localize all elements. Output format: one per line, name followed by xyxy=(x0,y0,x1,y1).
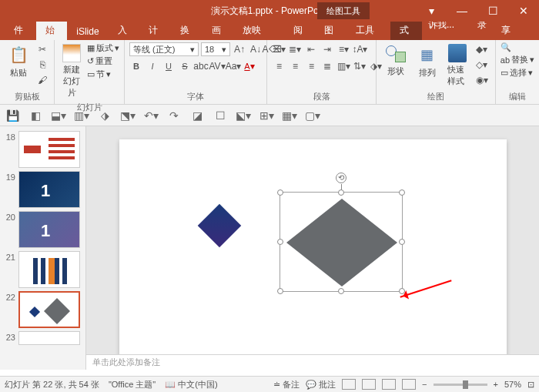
qat-btn-3[interactable]: ⬓▾ xyxy=(51,108,66,123)
layout-button[interactable]: ▦ 版式 ▾ xyxy=(87,42,119,54)
slide[interactable]: ⟲ xyxy=(119,139,507,357)
shape-fill-icon[interactable]: ◆▾ xyxy=(474,42,490,56)
rotate-handle-icon[interactable]: ⟲ xyxy=(336,173,346,183)
thumb-22[interactable] xyxy=(18,291,80,328)
tab-islide[interactable]: iSlide xyxy=(67,23,108,40)
underline-icon[interactable]: U xyxy=(162,59,176,73)
group-slides: 新建 幻灯片 ▦ 版式 ▾ ↺ 重置 ▭ 节 ▾ 幻灯片 xyxy=(55,40,125,104)
thumb-23[interactable] xyxy=(18,331,80,345)
bullets-icon[interactable]: ☰▾ xyxy=(272,42,286,56)
bold-icon[interactable]: B xyxy=(129,59,143,73)
select-button[interactable]: ▭ 选择 ▾ xyxy=(500,67,534,79)
thumb-num-20: 20 xyxy=(3,211,15,222)
slide-canvas[interactable]: ⟲ 单击此处添加备注 xyxy=(86,126,539,370)
qat-btn-2[interactable]: ◧ xyxy=(28,108,43,123)
shadow-icon[interactable]: abc xyxy=(194,59,208,73)
zoom-out-icon[interactable]: − xyxy=(422,380,427,389)
qat-btn-6[interactable]: ⬔▾ xyxy=(120,108,136,123)
thumb-21[interactable] xyxy=(18,251,80,288)
group-label-clipboard: 剪贴板 xyxy=(5,89,49,102)
qat-btn-10[interactable]: ☐ xyxy=(213,108,228,123)
new-slide-icon xyxy=(62,44,81,62)
indent-dec-icon[interactable]: ⇤ xyxy=(304,42,318,56)
columns-icon[interactable]: ▥▾ xyxy=(336,59,350,73)
annotation-arrow-icon xyxy=(400,280,451,298)
thumb-18[interactable] xyxy=(18,131,80,168)
new-slide-button[interactable]: 新建 幻灯片 xyxy=(59,42,84,100)
align-justify-icon[interactable]: ≣ xyxy=(320,59,334,73)
qat-btn-12[interactable]: ⊞▾ xyxy=(259,108,274,123)
selection-box[interactable]: ⟲ xyxy=(280,192,403,292)
paste-button[interactable]: 📋 粘贴 xyxy=(5,42,32,80)
group-label-paragraph: 段落 xyxy=(272,89,370,102)
font-color-icon[interactable]: A▾ xyxy=(243,59,256,73)
redo-icon[interactable]: ↷ xyxy=(166,108,182,123)
font-size-input[interactable]: 18▾ xyxy=(201,42,230,56)
qat-btn-11[interactable]: ⬕▾ xyxy=(236,108,251,123)
align-left-icon[interactable]: ≡ xyxy=(272,59,286,73)
numbering-icon[interactable]: ≣▾ xyxy=(288,42,302,56)
strike-icon[interactable]: S xyxy=(178,59,192,73)
copy-icon[interactable]: ⎘ xyxy=(35,58,49,72)
zoom-slider[interactable] xyxy=(434,384,487,386)
line-spacing-icon[interactable]: ≡▾ xyxy=(336,42,350,56)
shape-outline-icon[interactable]: ◇▾ xyxy=(474,58,490,72)
find-button[interactable]: 🔍 xyxy=(500,42,534,52)
align-right-icon[interactable]: ≡ xyxy=(304,59,318,73)
qat-btn-4[interactable]: ▥▾ xyxy=(74,108,89,123)
shape-diamond-big[interactable] xyxy=(280,193,403,293)
indent-inc-icon[interactable]: ⇥ xyxy=(320,42,334,56)
replace-button[interactable]: ab 替换 ▾ xyxy=(500,54,534,65)
font-name-input[interactable]: 等线 (正文)▾ xyxy=(129,42,199,56)
increase-font-icon[interactable]: A↑ xyxy=(233,42,246,56)
arrange-button[interactable]: ▦ 排列 xyxy=(413,42,441,80)
decrease-font-icon[interactable]: A↓ xyxy=(249,42,263,56)
minimize-icon[interactable]: — xyxy=(447,0,477,22)
spacing-icon[interactable]: AV▾ xyxy=(210,59,224,73)
sorter-view-icon[interactable] xyxy=(362,379,376,390)
ribbon-options-icon[interactable]: ▾ xyxy=(416,0,447,22)
zoom-in-icon[interactable]: + xyxy=(494,380,498,389)
qat-btn-13[interactable]: ▦▾ xyxy=(282,108,297,123)
align-text-icon[interactable]: ⇅▾ xyxy=(353,59,367,73)
thumb-19[interactable] xyxy=(18,171,80,208)
text-direction-icon[interactable]: ↕A▾ xyxy=(353,42,367,56)
shape-effects-icon[interactable]: ◉▾ xyxy=(474,73,490,87)
reading-view-icon[interactable] xyxy=(382,379,396,390)
zoom-level[interactable]: 57% xyxy=(504,380,521,389)
quick-access-toolbar: 💾 ◧ ⬓▾ ▥▾ ⬗ ⬔▾ ↶▾ ↷ ◪ ☐ ⬕▾ ⊞▾ ▦▾ ▢▾ xyxy=(0,105,539,126)
status-comments-button[interactable]: 💬 批注 xyxy=(306,379,336,390)
title-bar: 演示文稿1.pptx - PowerPoint 绘图工具 ▾ — ☐ ✕ xyxy=(0,0,539,22)
thumb-20[interactable] xyxy=(18,211,80,248)
shapes-button[interactable]: 形状 xyxy=(381,42,410,79)
maximize-icon[interactable]: ☐ xyxy=(477,0,508,22)
qat-btn-5[interactable]: ⬗ xyxy=(97,108,112,123)
group-label-font: 字体 xyxy=(129,89,262,102)
notes-pane[interactable]: 单击此处添加备注 xyxy=(86,354,539,370)
save-icon[interactable]: 💾 xyxy=(5,108,20,123)
qat-btn-9[interactable]: ◪ xyxy=(189,108,205,123)
quick-styles-icon xyxy=(448,44,467,62)
thumb-num-18: 18 xyxy=(3,131,15,142)
case-icon[interactable]: Aa▾ xyxy=(226,59,240,73)
workspace: 18 19 20 21 22 23 ⟲ 单击 xyxy=(0,126,539,370)
status-notes-button[interactable]: ≐ 备注 xyxy=(273,379,300,390)
italic-icon[interactable]: I xyxy=(146,59,159,73)
fit-window-icon[interactable]: ⊡ xyxy=(527,380,534,390)
thumb-num-22: 22 xyxy=(3,291,15,302)
align-center-icon[interactable]: ≡ xyxy=(288,59,302,73)
cut-icon[interactable]: ✂ xyxy=(35,42,49,56)
format-painter-icon[interactable]: 🖌 xyxy=(35,73,49,87)
group-drawing: 形状 ▦ 排列 快速样式 ◆▾ ◇▾ ◉▾ 绘图 xyxy=(377,40,496,104)
status-lang[interactable]: 📖 中文(中国) xyxy=(165,379,217,390)
section-button[interactable]: ▭ 节 ▾ xyxy=(87,69,119,80)
window-title: 演示文稿1.pptx - PowerPoint xyxy=(211,5,329,18)
slideshow-view-icon[interactable] xyxy=(402,379,416,390)
quick-styles-button[interactable]: 快速样式 xyxy=(444,42,470,89)
shape-diamond-small[interactable] xyxy=(197,203,241,247)
qat-btn-14[interactable]: ▢▾ xyxy=(305,108,320,123)
close-icon[interactable]: ✕ xyxy=(508,0,539,22)
undo-icon[interactable]: ↶▾ xyxy=(143,108,159,123)
reset-button[interactable]: ↺ 重置 xyxy=(87,55,119,67)
normal-view-icon[interactable] xyxy=(342,379,356,390)
